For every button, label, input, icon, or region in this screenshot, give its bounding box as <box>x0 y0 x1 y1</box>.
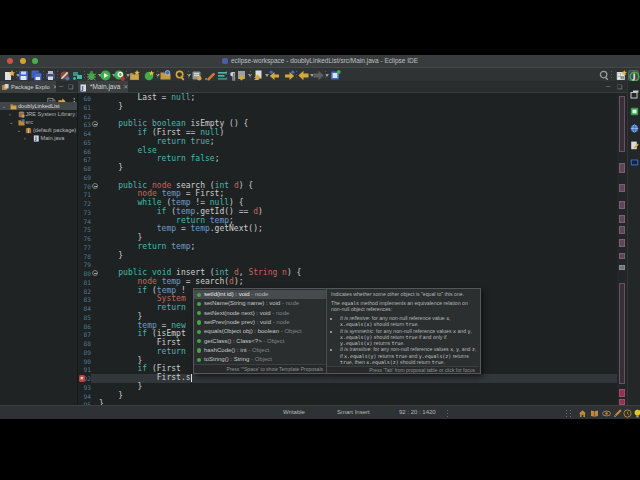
tree-item-src[interactable]: ⌄src <box>0 118 78 126</box>
toolbar-save-all-icon[interactable] <box>31 70 42 81</box>
toolbar-open-task-icon[interactable] <box>191 70 202 81</box>
tab-main-java[interactable]: J *Main.java✕ <box>78 81 128 93</box>
minimize-view-icon[interactable]: ─ <box>59 83 63 89</box>
toolbar-search-gray-icon[interactable] <box>599 70 610 81</box>
ruler-thumb-mark[interactable] <box>619 96 625 152</box>
toolbar-mark-occurrences-icon[interactable] <box>204 70 215 81</box>
ruler-change-mark[interactable] <box>619 239 625 247</box>
title-bar: eclipse-workspace - doublyLinkedList/src… <box>0 55 640 67</box>
ruler-change-mark[interactable] <box>619 226 625 234</box>
editor-tab-close-icon[interactable]: ✕ <box>123 84 128 90</box>
ruler-change-mark[interactable] <box>619 184 625 192</box>
status-eye-icon[interactable] <box>602 409 611 418</box>
tree-item-jre-system-library-ja[interactable]: ›JRE System Library [Ja <box>0 110 78 118</box>
public-method-icon <box>197 302 201 306</box>
toolbar-new-project-icon[interactable] <box>129 70 140 81</box>
toolbar-open-type-icon[interactable] <box>160 70 171 81</box>
tree-item-doublylinkedlist[interactable]: ⌄doublyLinkedList <box>0 102 78 110</box>
completion-item[interactable]: setId(int id) : void - node <box>194 290 326 299</box>
completion-item[interactable]: hashCode() : int - Object <box>194 346 326 355</box>
toolbar-debug-last-icon[interactable] <box>72 70 83 81</box>
toolbar-new-class-icon[interactable] <box>330 70 341 81</box>
fold-marker[interactable] <box>92 270 98 276</box>
status-insert-mode: Smart Insert <box>337 406 370 419</box>
tree-expanded-arrow-icon[interactable]: ⌄ <box>17 126 22 134</box>
toolbar-external-tools-icon[interactable]: Q <box>114 70 125 81</box>
toolbar-forward-history-icon[interactable] <box>313 70 324 81</box>
ruler-change-mark[interactable] <box>619 163 625 173</box>
tree-expanded-arrow-icon[interactable]: ⌄ <box>9 118 14 126</box>
package-explorer-tab-close-icon[interactable]: ✕ <box>53 84 56 90</box>
view-globe-icon[interactable] <box>630 119 639 128</box>
fold-marker[interactable] <box>92 121 98 127</box>
eclipse-window: eclipse-workspace - doublyLinkedList/src… <box>0 55 640 419</box>
completion-item[interactable]: setName(String name) : void - node <box>194 299 326 308</box>
toolbar-forward-annotation-icon[interactable] <box>284 70 295 81</box>
tree-collapsed-arrow-icon[interactable]: › <box>9 110 11 118</box>
completion-item[interactable]: setPrev(node prev) : void - node <box>194 318 326 327</box>
status-separator2 <box>566 410 567 417</box>
minimized-views-strip <box>627 81 640 405</box>
tree-item-label: src <box>26 118 33 126</box>
tree-item--default-package-[interactable]: ⌄(default package) <box>0 126 78 134</box>
toolbar-run-icon[interactable] <box>100 70 111 81</box>
completion-item[interactable]: equals(Object obj) : boolean - Object <box>194 327 326 336</box>
status-pencil-icon[interactable] <box>613 409 622 418</box>
ruler-thumb-mark[interactable] <box>619 283 625 384</box>
view-green-icon[interactable] <box>630 102 639 111</box>
toolbar-debug-icon[interactable] <box>86 70 97 81</box>
completion-origin: - node <box>271 319 290 325</box>
toolbar-back-annotation-icon[interactable] <box>269 70 280 81</box>
view-console-icon[interactable] <box>630 153 639 162</box>
status-clock-icon[interactable] <box>623 409 632 418</box>
toolbar-previous-annotation-icon[interactable] <box>253 70 264 81</box>
ruler-change-mark[interactable] <box>619 215 625 223</box>
toolbar-open-perspective-icon[interactable] <box>616 70 627 81</box>
status-bulb-icon[interactable] <box>633 409 640 418</box>
ruler-dim-mark[interactable] <box>619 265 625 270</box>
completion-item[interactable]: toString() : String - Object <box>194 355 326 364</box>
status-book-icon[interactable] <box>590 409 599 418</box>
editor-minimize-icon[interactable]: ─ <box>606 83 610 89</box>
toolbar-skip-breakpoints-icon[interactable] <box>59 70 70 81</box>
fold-marker[interactable] <box>92 183 98 189</box>
line-number: 88 <box>78 339 91 348</box>
toolbar-search-gold-icon[interactable] <box>175 70 186 81</box>
overview-ruler[interactable] <box>617 93 627 405</box>
toolbar-java-perspective-icon[interactable]: J <box>628 70 639 81</box>
line-number: 70 <box>78 182 91 191</box>
completion-origin: - node <box>250 291 269 297</box>
completion-origin: - Object <box>279 328 302 334</box>
completion-item[interactable]: getClass() : Class<?> - Object <box>194 337 326 346</box>
ruler-change-mark[interactable] <box>619 253 625 259</box>
tree-item-main-java[interactable]: ›JMain.java <box>0 134 78 142</box>
completion-item[interactable]: setNext(node next) : void - node <box>194 309 326 318</box>
status-home-icon[interactable] <box>578 409 587 418</box>
toolbar-save-icon[interactable] <box>18 70 29 81</box>
restore-view-icon[interactable] <box>630 85 639 94</box>
tab-package-explorer[interactable]: Package Explo✕ <box>0 81 56 93</box>
toolbar-new-wizard-icon[interactable] <box>144 70 155 81</box>
toolbar-print-icon[interactable] <box>45 70 56 81</box>
package-explorer-panel: ⌄doublyLinkedList›JRE System Library [Ja… <box>0 93 78 405</box>
line-number: 66 <box>78 147 91 156</box>
status-bar: Writable Smart Insert 92 : 20 : 1420 <box>0 405 640 419</box>
ruler-error-mark[interactable] <box>619 389 625 397</box>
toolbar-last-edit-location-icon[interactable] <box>236 70 247 81</box>
line-number: 76 <box>78 234 91 243</box>
editor-maximize-icon[interactable]: ❏ <box>617 83 622 90</box>
line-number: 84 <box>78 304 91 313</box>
toolbar-new-file-icon[interactable] <box>4 70 15 81</box>
tree-collapsed-arrow-icon[interactable]: › <box>24 134 26 142</box>
ruler-change-mark[interactable] <box>619 201 625 209</box>
toolbar-back-history-icon[interactable] <box>298 70 309 81</box>
completion-label: equals(Object obj) : boolean - Object <box>204 327 302 336</box>
completion-origin: - node <box>271 310 290 316</box>
maximize-view-icon[interactable]: ❏ <box>68 83 73 90</box>
tree-item-label: (default package) <box>33 126 76 134</box>
src-folder-icon <box>18 119 25 126</box>
toolbar-previous-annotation-dropdown-icon[interactable] <box>265 74 269 77</box>
tree-expanded-arrow-icon[interactable]: ⌄ <box>2 102 7 110</box>
view-edit-icon[interactable] <box>630 136 639 145</box>
line-number: 63 <box>78 120 91 129</box>
